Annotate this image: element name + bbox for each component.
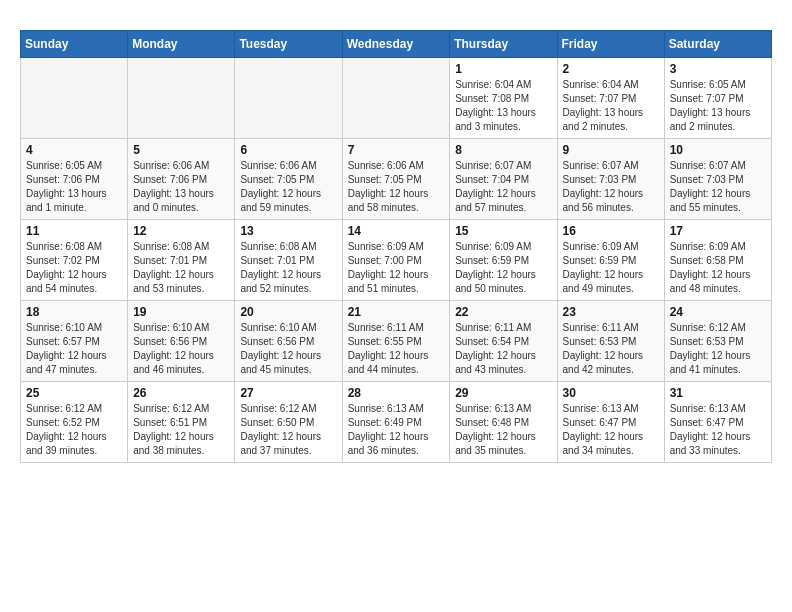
calendar-cell: 9Sunrise: 6:07 AMSunset: 7:03 PMDaylight… (557, 139, 664, 220)
day-number: 13 (240, 224, 336, 238)
day-number: 24 (670, 305, 766, 319)
day-info: Sunrise: 6:13 AMSunset: 6:48 PMDaylight:… (455, 402, 551, 458)
calendar-cell: 19Sunrise: 6:10 AMSunset: 6:56 PMDayligh… (128, 301, 235, 382)
day-info: Sunrise: 6:09 AMSunset: 6:59 PMDaylight:… (455, 240, 551, 296)
day-number: 20 (240, 305, 336, 319)
day-info: Sunrise: 6:11 AMSunset: 6:53 PMDaylight:… (563, 321, 659, 377)
calendar-cell (235, 58, 342, 139)
day-number: 31 (670, 386, 766, 400)
calendar-cell: 15Sunrise: 6:09 AMSunset: 6:59 PMDayligh… (450, 220, 557, 301)
day-info: Sunrise: 6:11 AMSunset: 6:55 PMDaylight:… (348, 321, 445, 377)
calendar-cell: 11Sunrise: 6:08 AMSunset: 7:02 PMDayligh… (21, 220, 128, 301)
day-info: Sunrise: 6:08 AMSunset: 7:01 PMDaylight:… (240, 240, 336, 296)
day-info: Sunrise: 6:10 AMSunset: 6:56 PMDaylight:… (133, 321, 229, 377)
calendar-cell: 25Sunrise: 6:12 AMSunset: 6:52 PMDayligh… (21, 382, 128, 463)
day-number: 7 (348, 143, 445, 157)
day-number: 11 (26, 224, 122, 238)
day-info: Sunrise: 6:06 AMSunset: 7:06 PMDaylight:… (133, 159, 229, 215)
calendar-cell (128, 58, 235, 139)
weekday-header-friday: Friday (557, 31, 664, 58)
calendar-cell: 8Sunrise: 6:07 AMSunset: 7:04 PMDaylight… (450, 139, 557, 220)
calendar-cell: 23Sunrise: 6:11 AMSunset: 6:53 PMDayligh… (557, 301, 664, 382)
day-info: Sunrise: 6:07 AMSunset: 7:04 PMDaylight:… (455, 159, 551, 215)
calendar-cell: 29Sunrise: 6:13 AMSunset: 6:48 PMDayligh… (450, 382, 557, 463)
weekday-header-tuesday: Tuesday (235, 31, 342, 58)
day-number: 16 (563, 224, 659, 238)
calendar-cell: 21Sunrise: 6:11 AMSunset: 6:55 PMDayligh… (342, 301, 450, 382)
day-number: 15 (455, 224, 551, 238)
calendar-cell: 6Sunrise: 6:06 AMSunset: 7:05 PMDaylight… (235, 139, 342, 220)
calendar-cell: 28Sunrise: 6:13 AMSunset: 6:49 PMDayligh… (342, 382, 450, 463)
day-info: Sunrise: 6:09 AMSunset: 6:59 PMDaylight:… (563, 240, 659, 296)
day-number: 6 (240, 143, 336, 157)
calendar-cell: 4Sunrise: 6:05 AMSunset: 7:06 PMDaylight… (21, 139, 128, 220)
day-number: 14 (348, 224, 445, 238)
calendar-cell: 3Sunrise: 6:05 AMSunset: 7:07 PMDaylight… (664, 58, 771, 139)
day-info: Sunrise: 6:13 AMSunset: 6:47 PMDaylight:… (563, 402, 659, 458)
week-row-1: 1Sunrise: 6:04 AMSunset: 7:08 PMDaylight… (21, 58, 772, 139)
calendar-cell: 20Sunrise: 6:10 AMSunset: 6:56 PMDayligh… (235, 301, 342, 382)
day-info: Sunrise: 6:09 AMSunset: 6:58 PMDaylight:… (670, 240, 766, 296)
day-info: Sunrise: 6:10 AMSunset: 6:56 PMDaylight:… (240, 321, 336, 377)
day-info: Sunrise: 6:13 AMSunset: 6:47 PMDaylight:… (670, 402, 766, 458)
day-info: Sunrise: 6:09 AMSunset: 7:00 PMDaylight:… (348, 240, 445, 296)
day-number: 3 (670, 62, 766, 76)
day-number: 2 (563, 62, 659, 76)
week-row-3: 11Sunrise: 6:08 AMSunset: 7:02 PMDayligh… (21, 220, 772, 301)
day-number: 8 (455, 143, 551, 157)
day-info: Sunrise: 6:07 AMSunset: 7:03 PMDaylight:… (563, 159, 659, 215)
day-info: Sunrise: 6:06 AMSunset: 7:05 PMDaylight:… (240, 159, 336, 215)
calendar-cell (21, 58, 128, 139)
weekday-header-wednesday: Wednesday (342, 31, 450, 58)
day-number: 21 (348, 305, 445, 319)
day-info: Sunrise: 6:07 AMSunset: 7:03 PMDaylight:… (670, 159, 766, 215)
calendar-cell: 27Sunrise: 6:12 AMSunset: 6:50 PMDayligh… (235, 382, 342, 463)
calendar-cell: 30Sunrise: 6:13 AMSunset: 6:47 PMDayligh… (557, 382, 664, 463)
day-number: 28 (348, 386, 445, 400)
week-row-4: 18Sunrise: 6:10 AMSunset: 6:57 PMDayligh… (21, 301, 772, 382)
day-number: 27 (240, 386, 336, 400)
day-info: Sunrise: 6:04 AMSunset: 7:07 PMDaylight:… (563, 78, 659, 134)
day-info: Sunrise: 6:10 AMSunset: 6:57 PMDaylight:… (26, 321, 122, 377)
day-number: 1 (455, 62, 551, 76)
weekday-header-saturday: Saturday (664, 31, 771, 58)
day-number: 4 (26, 143, 122, 157)
day-info: Sunrise: 6:13 AMSunset: 6:49 PMDaylight:… (348, 402, 445, 458)
calendar-cell: 18Sunrise: 6:10 AMSunset: 6:57 PMDayligh… (21, 301, 128, 382)
weekday-header-row: SundayMondayTuesdayWednesdayThursdayFrid… (21, 31, 772, 58)
calendar-cell: 24Sunrise: 6:12 AMSunset: 6:53 PMDayligh… (664, 301, 771, 382)
calendar-cell: 31Sunrise: 6:13 AMSunset: 6:47 PMDayligh… (664, 382, 771, 463)
weekday-header-monday: Monday (128, 31, 235, 58)
day-number: 25 (26, 386, 122, 400)
calendar-cell: 10Sunrise: 6:07 AMSunset: 7:03 PMDayligh… (664, 139, 771, 220)
day-number: 12 (133, 224, 229, 238)
day-number: 26 (133, 386, 229, 400)
calendar-cell: 22Sunrise: 6:11 AMSunset: 6:54 PMDayligh… (450, 301, 557, 382)
calendar-cell (342, 58, 450, 139)
calendar-cell: 12Sunrise: 6:08 AMSunset: 7:01 PMDayligh… (128, 220, 235, 301)
day-info: Sunrise: 6:04 AMSunset: 7:08 PMDaylight:… (455, 78, 551, 134)
calendar-cell: 17Sunrise: 6:09 AMSunset: 6:58 PMDayligh… (664, 220, 771, 301)
day-number: 19 (133, 305, 229, 319)
day-info: Sunrise: 6:12 AMSunset: 6:51 PMDaylight:… (133, 402, 229, 458)
calendar-cell: 13Sunrise: 6:08 AMSunset: 7:01 PMDayligh… (235, 220, 342, 301)
calendar-cell: 1Sunrise: 6:04 AMSunset: 7:08 PMDaylight… (450, 58, 557, 139)
day-info: Sunrise: 6:11 AMSunset: 6:54 PMDaylight:… (455, 321, 551, 377)
calendar-cell: 14Sunrise: 6:09 AMSunset: 7:00 PMDayligh… (342, 220, 450, 301)
day-info: Sunrise: 6:05 AMSunset: 7:07 PMDaylight:… (670, 78, 766, 134)
calendar-cell: 2Sunrise: 6:04 AMSunset: 7:07 PMDaylight… (557, 58, 664, 139)
day-number: 18 (26, 305, 122, 319)
day-info: Sunrise: 6:12 AMSunset: 6:50 PMDaylight:… (240, 402, 336, 458)
day-info: Sunrise: 6:05 AMSunset: 7:06 PMDaylight:… (26, 159, 122, 215)
day-number: 17 (670, 224, 766, 238)
day-info: Sunrise: 6:08 AMSunset: 7:01 PMDaylight:… (133, 240, 229, 296)
week-row-2: 4Sunrise: 6:05 AMSunset: 7:06 PMDaylight… (21, 139, 772, 220)
day-info: Sunrise: 6:08 AMSunset: 7:02 PMDaylight:… (26, 240, 122, 296)
day-number: 30 (563, 386, 659, 400)
weekday-header-sunday: Sunday (21, 31, 128, 58)
day-number: 9 (563, 143, 659, 157)
calendar-cell: 7Sunrise: 6:06 AMSunset: 7:05 PMDaylight… (342, 139, 450, 220)
day-number: 22 (455, 305, 551, 319)
calendar-table: SundayMondayTuesdayWednesdayThursdayFrid… (20, 30, 772, 463)
day-number: 5 (133, 143, 229, 157)
